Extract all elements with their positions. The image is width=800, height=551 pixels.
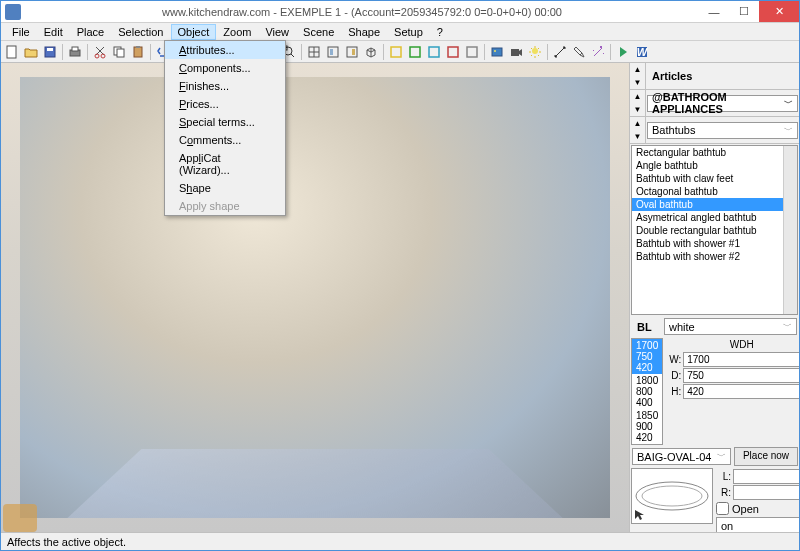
scrollbar[interactable] (783, 146, 797, 314)
menubar: File Edit Place Selection Object Zoom Vi… (1, 23, 799, 41)
menu-item-comments-[interactable]: Comments... (165, 131, 285, 149)
list-item[interactable]: Angle bathtub (632, 159, 797, 172)
dimensions-list[interactable]: 1700 750 4201800 800 4001850 900 420 (631, 338, 663, 445)
catalog-down-icon[interactable]: ▼ (630, 103, 645, 116)
h-label: H: (665, 386, 681, 397)
open-icon[interactable] (22, 43, 40, 61)
menu-selection[interactable]: Selection (111, 24, 170, 40)
maximize-button[interactable]: ☐ (729, 1, 759, 22)
statusbar: Affects the active object. (1, 532, 799, 550)
svg-rect-10 (136, 46, 140, 48)
menu-setup[interactable]: Setup (387, 24, 430, 40)
dim-row[interactable]: 1700 750 420 (632, 339, 662, 374)
articles-header: Articles (646, 67, 799, 85)
l-label: L: (715, 471, 731, 482)
new-icon[interactable] (3, 43, 21, 61)
minimize-button[interactable]: — (699, 1, 729, 22)
menu-view[interactable]: View (258, 24, 296, 40)
menu-help[interactable]: ? (430, 24, 450, 40)
menu-file[interactable]: File (5, 24, 37, 40)
svg-rect-8 (117, 49, 124, 57)
word-icon[interactable]: W (633, 43, 651, 61)
r-input[interactable] (733, 485, 799, 500)
toolbar: i W (1, 41, 799, 63)
svg-point-35 (642, 486, 702, 506)
catalog-up-icon[interactable]: ▲ (630, 90, 645, 103)
category-combo[interactable]: Bathtubs ﹀ (647, 122, 798, 139)
magic-icon[interactable] (589, 43, 607, 61)
menu-edit[interactable]: Edit (37, 24, 70, 40)
sidebar-down-icon[interactable]: ▼ (630, 76, 645, 89)
menu-object[interactable]: Object (171, 24, 217, 40)
on-combo[interactable]: on﹀ (716, 517, 799, 532)
category-up-icon[interactable]: ▲ (630, 117, 645, 130)
menu-item-shape[interactable]: Shape (165, 179, 285, 197)
save-icon[interactable] (41, 43, 59, 61)
print-icon[interactable] (66, 43, 84, 61)
layer-gray-icon[interactable] (463, 43, 481, 61)
list-item[interactable]: Double rectangular bathtub (632, 224, 797, 237)
menu-item-apply-shape: Apply shape (165, 197, 285, 215)
list-item[interactable]: Bathtub with claw feet (632, 172, 797, 185)
layer-cyan-icon[interactable] (425, 43, 443, 61)
list-item[interactable]: Bathtub with shower #1 (632, 237, 797, 250)
bl-combo[interactable]: white ﹀ (664, 318, 797, 335)
layer-red-icon[interactable] (444, 43, 462, 61)
d-input[interactable] (683, 368, 799, 383)
camera-icon[interactable] (507, 43, 525, 61)
menu-item-finishes-[interactable]: Finishes... (165, 77, 285, 95)
dim-row[interactable]: 1850 900 420 (632, 409, 662, 444)
pointer-icon[interactable] (634, 509, 646, 521)
menu-shape[interactable]: Shape (341, 24, 387, 40)
menu-item-components-[interactable]: Components... (165, 59, 285, 77)
svg-rect-20 (330, 49, 333, 55)
close-button[interactable]: ✕ (759, 1, 799, 22)
list-item[interactable]: Bathtub with shower #2 (632, 250, 797, 263)
category-down-icon[interactable]: ▼ (630, 130, 645, 143)
open-checkbox[interactable] (716, 502, 729, 515)
svg-rect-22 (352, 49, 355, 55)
l-input[interactable] (733, 469, 799, 484)
menu-item-attributes-[interactable]: Attributes... (165, 41, 285, 59)
layer-yellow-icon[interactable] (387, 43, 405, 61)
dim-row[interactable]: 1800 800 400 (632, 374, 662, 409)
tools-icon[interactable] (570, 43, 588, 61)
chevron-down-icon: ﹀ (717, 450, 726, 463)
catalog-value: @BATHROOM APPLIANCES (652, 91, 784, 115)
menu-place[interactable]: Place (70, 24, 112, 40)
menu-scene[interactable]: Scene (296, 24, 341, 40)
watermark-icon (3, 504, 37, 532)
list-item[interactable]: Octagonal bathtub (632, 185, 797, 198)
menu-zoom[interactable]: Zoom (216, 24, 258, 40)
render-icon[interactable] (488, 43, 506, 61)
svg-rect-24 (410, 47, 420, 57)
svg-rect-30 (511, 49, 519, 56)
view-3d-icon[interactable] (362, 43, 380, 61)
measure-icon[interactable] (551, 43, 569, 61)
bl-label: BL (631, 321, 661, 333)
object-menu-dropdown: Attributes...Components...Finishes...Pri… (164, 40, 286, 216)
copy-icon[interactable] (110, 43, 128, 61)
catalog-combo[interactable]: @BATHROOM APPLIANCES ﹀ (647, 95, 798, 112)
place-now-button[interactable]: Place now (734, 447, 798, 466)
cut-icon[interactable] (91, 43, 109, 61)
menu-item-prices-[interactable]: Prices... (165, 95, 285, 113)
sidebar-up-icon[interactable]: ▲ (630, 63, 645, 76)
paste-icon[interactable] (129, 43, 147, 61)
menu-item-applicat-wizard-[interactable]: AppliCat (Wizard)... (165, 149, 285, 179)
play-icon[interactable] (614, 43, 632, 61)
menu-item-special-terms-[interactable]: Special terms... (165, 113, 285, 131)
list-item[interactable]: Rectangular bathtub (632, 146, 797, 159)
layer-green-icon[interactable] (406, 43, 424, 61)
w-input[interactable] (683, 352, 799, 367)
viewport-3d[interactable] (1, 63, 629, 532)
code-combo[interactable]: BAIG-OVAL-04 ﹀ (632, 448, 731, 465)
view-plan-icon[interactable] (305, 43, 323, 61)
light-icon[interactable] (526, 43, 544, 61)
list-item[interactable]: Oval bathtub (632, 198, 797, 211)
view-elev2-icon[interactable] (343, 43, 361, 61)
h-input[interactable] (683, 384, 799, 399)
articles-listbox[interactable]: Rectangular bathtubAngle bathtubBathtub … (631, 145, 798, 315)
list-item[interactable]: Asymetrical angled bathtub (632, 211, 797, 224)
view-elev1-icon[interactable] (324, 43, 342, 61)
